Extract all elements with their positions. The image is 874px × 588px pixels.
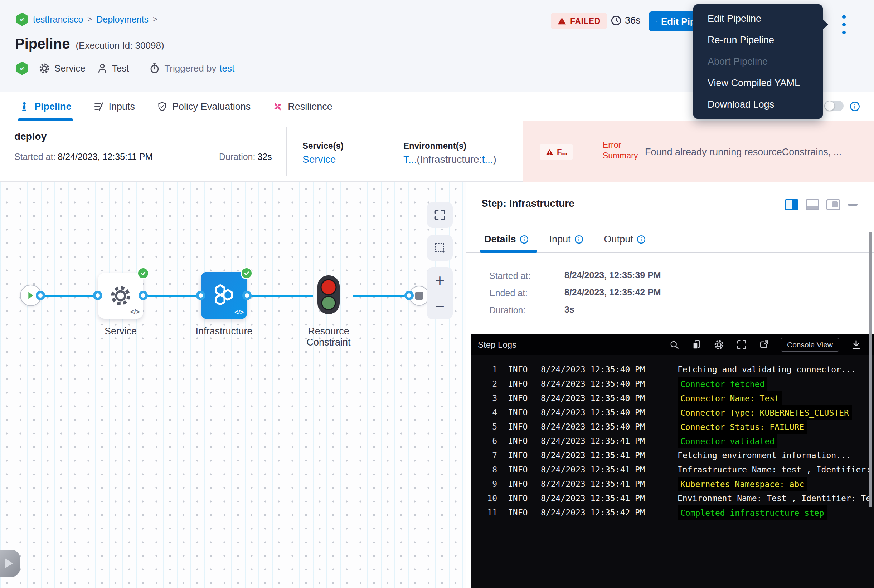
log-row: 9 INFO 8/24/2023 12:35:41 PM Kubernetes … — [471, 477, 874, 491]
stage-started-at: Started at:8/24/2023, 12:35:11 PM — [14, 152, 152, 162]
edge-port — [242, 291, 251, 300]
log-message: Connector fetched — [677, 376, 767, 391]
active-tab-underline — [480, 250, 537, 252]
shield-check-icon — [157, 102, 167, 112]
infrastructure-node-label: Infrastructure — [192, 326, 256, 337]
breadcrumb-separator: > — [153, 15, 158, 24]
context-menu-item[interactable]: View Compiled YAML — [693, 72, 823, 94]
log-level: INFO — [508, 434, 531, 448]
console-view-button[interactable]: Console View — [781, 338, 839, 352]
breadcrumb-deployments-link[interactable]: Deployments — [96, 14, 149, 25]
divider — [139, 54, 139, 82]
zoom-out-button[interactable]: − — [435, 298, 445, 314]
pipeline-canvas[interactable]: </> </> — [0, 182, 466, 588]
tab-output[interactable]: Output — [604, 234, 646, 245]
environments-value[interactable]: T...(Infrastructure:t...) — [403, 154, 496, 165]
environment-icon — [97, 63, 108, 74]
log-line-number: 1 — [477, 362, 497, 376]
step-logs-header: Step Logs — [471, 334, 874, 355]
zoom-in-button[interactable]: + — [435, 272, 445, 289]
context-menu-item[interactable]: Download Logs — [693, 94, 823, 115]
log-timestamp: 8/24/2023 12:35:41 PM — [541, 448, 662, 462]
panel-scrollbar[interactable] — [869, 232, 872, 507]
tab-pipeline[interactable]: Pipeline — [20, 92, 72, 121]
tab-input[interactable]: Input — [549, 234, 584, 245]
log-row: 4 INFO 8/24/2023 12:35:40 PM Connector T… — [471, 405, 874, 420]
log-message: Connector Name: Test — [677, 391, 782, 405]
log-timestamp: 8/24/2023 12:35:40 PM — [541, 420, 662, 434]
copy-logs-icon[interactable] — [692, 340, 701, 350]
tab-policy-evaluations[interactable]: Policy Evaluations — [157, 92, 251, 121]
context-menu-item[interactable]: Edit Pipeline — [693, 8, 823, 29]
log-settings-gear-icon[interactable] — [714, 339, 724, 350]
log-timestamp: 8/24/2023 12:35:41 PM — [541, 434, 662, 448]
log-message: Completed infrastructure step — [677, 506, 827, 520]
layout-right-panel-button[interactable] — [826, 199, 840, 210]
harness-module-icon: ∞ — [16, 13, 29, 26]
minimize-panel-button[interactable] — [848, 204, 857, 206]
stop-icon — [415, 292, 423, 300]
execution-id: (Execution Id: 30098) — [75, 40, 164, 51]
code-icon: </> — [235, 309, 244, 316]
context-menu: Edit Pipeline Re-run Pipeline Abort Pipe… — [693, 4, 823, 119]
tab-details[interactable]: Details — [484, 234, 529, 245]
log-message: Infrastructure Name: test , Identifier: — [677, 462, 871, 477]
layout-vertical-split-button[interactable] — [785, 199, 799, 210]
log-message: Kubernetes Namespace: abc — [677, 477, 807, 491]
context-menu-item[interactable]: Abort Pipeline — [693, 51, 823, 72]
log-timestamp: 8/24/2023 12:35:40 PM — [541, 391, 662, 405]
triggered-by-user[interactable]: test — [220, 63, 235, 74]
error-status-badge: F... — [540, 144, 573, 160]
log-level: INFO — [508, 448, 531, 462]
pipeline-meta-row: ∞ Service Test Triggered by test — [16, 59, 235, 77]
infrastructure-node[interactable]: </> — [201, 272, 247, 319]
open-in-new-icon[interactable] — [759, 340, 769, 350]
log-timestamp: 8/24/2023 12:35:41 PM — [541, 477, 662, 491]
context-menu-item[interactable]: Re-run Pipeline — [693, 29, 823, 51]
menu-pointer — [822, 19, 828, 30]
breadcrumb-project-link[interactable]: testfrancisco — [33, 14, 83, 25]
log-line-number: 7 — [477, 448, 497, 462]
tab-inputs[interactable]: Inputs — [94, 92, 135, 121]
tab-resilience[interactable]: Resilience — [273, 92, 332, 121]
canvas-select-button[interactable] — [427, 235, 453, 261]
detail-started-label: Started at: — [489, 271, 530, 281]
status-badge: FAILED — [551, 13, 607, 29]
resource-constraint-node[interactable] — [317, 275, 340, 314]
warning-icon — [545, 148, 554, 156]
log-message: Environment Name: Test , Identifier: Te — [677, 491, 871, 506]
stage-duration: Duration:32s — [219, 152, 272, 162]
log-rows[interactable]: 1 INFO 8/24/2023 12:35:40 PM Fetching an… — [471, 355, 874, 520]
left-drawer-handle[interactable] — [0, 550, 20, 577]
view-toggle[interactable] — [824, 100, 844, 111]
log-row: 7 INFO 8/24/2023 12:35:41 PM Fetching en… — [471, 448, 874, 462]
error-summary-text: Found already running resourceConstrains… — [645, 147, 870, 158]
page-title: Pipeline — [15, 36, 70, 52]
service-node[interactable]: </> — [98, 273, 143, 319]
layout-horizontal-split-button[interactable] — [806, 199, 819, 210]
services-value-link[interactable]: Service — [302, 154, 336, 165]
service-name[interactable]: Service — [54, 63, 86, 74]
info-icon — [637, 235, 646, 244]
success-check-badge — [241, 267, 253, 279]
info-icon[interactable] — [850, 101, 860, 112]
download-logs-icon[interactable] — [851, 340, 861, 350]
search-logs-icon[interactable] — [669, 340, 679, 350]
title-row: Pipeline (Execution Id: 30098) — [15, 36, 164, 52]
service-node-label: Service — [98, 326, 143, 337]
log-row: 3 INFO 8/24/2023 12:35:40 PM Connector N… — [471, 391, 874, 405]
more-options-button[interactable] — [842, 15, 846, 34]
log-row: 6 INFO 8/24/2023 12:35:41 PM Connector v… — [471, 434, 874, 448]
detail-started-value: 8/24/2023, 12:35:39 PM — [564, 270, 661, 280]
detail-duration-value: 3s — [564, 304, 575, 315]
environments-label: Environment(s) — [403, 141, 466, 151]
canvas-fullscreen-button[interactable] — [427, 202, 453, 228]
log-row: 1 INFO 8/24/2023 12:35:40 PM Fetching an… — [471, 362, 874, 376]
stage-name[interactable]: deploy — [14, 131, 47, 142]
pipeline-execution-page: ∞ testfrancisco > Deployments > Pipeline… — [0, 0, 874, 588]
logs-fullscreen-icon[interactable] — [737, 340, 746, 350]
resource-constraint-label: ResourceConstraint — [299, 326, 358, 348]
log-level: INFO — [508, 506, 531, 520]
log-line-number: 6 — [477, 434, 497, 448]
environment-name[interactable]: Test — [112, 63, 129, 74]
